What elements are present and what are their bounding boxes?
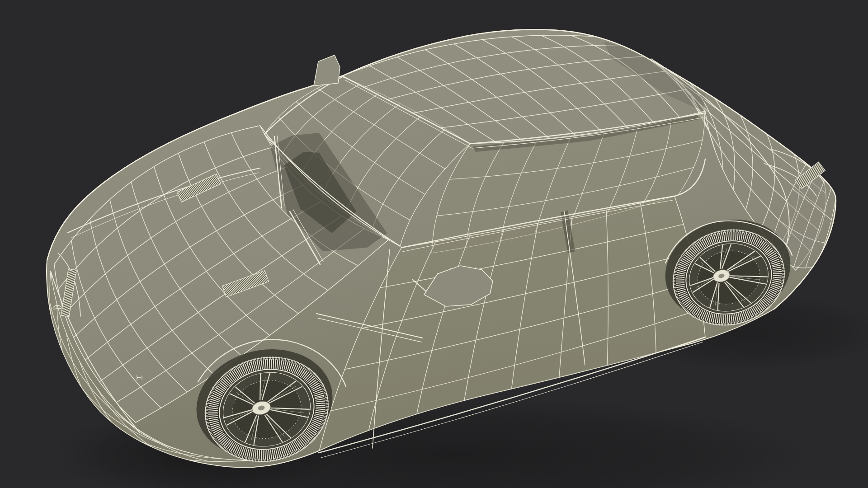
render-viewport-3d[interactable] <box>0 0 868 488</box>
wireframe-car-render <box>0 0 868 488</box>
